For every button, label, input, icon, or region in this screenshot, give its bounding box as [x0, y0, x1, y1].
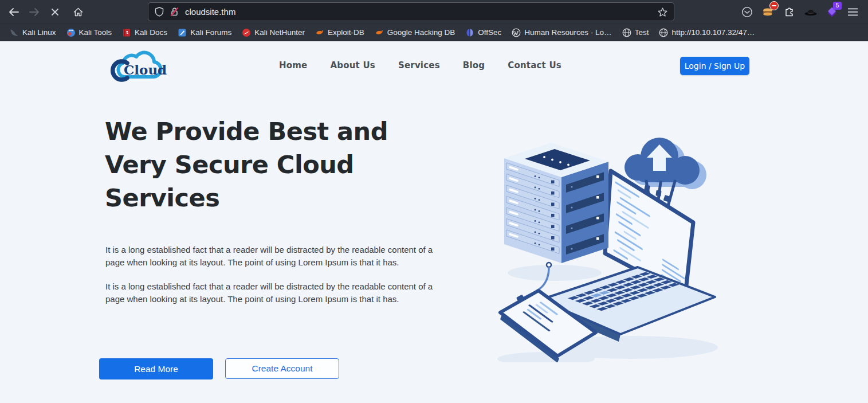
wordpress-icon — [512, 28, 521, 37]
nav-contact-us[interactable]: Contact Us — [508, 60, 561, 71]
hero-copy: It is a long established fact that a rea… — [105, 244, 435, 317]
nav-services[interactable]: Services — [398, 60, 440, 71]
hacktools-extension-button[interactable] — [801, 3, 820, 21]
exploit-db-icon — [315, 28, 324, 37]
globe-icon — [659, 28, 668, 37]
bookmark-ip-url[interactable]: http://10.10.107.32/47… — [654, 26, 760, 39]
bookmark-exploit-db[interactable]: Exploit-DB — [310, 26, 370, 39]
kali-dragon-icon — [10, 28, 19, 37]
insecure-lock-icon — [170, 7, 179, 17]
main-nav: Home About Us Services Blog Contact Us — [279, 60, 561, 71]
cable-port — [547, 263, 551, 267]
puzzle-piece-icon — [784, 6, 795, 18]
bookmark-human-resources[interactable]: Human Resources - Lo… — [506, 26, 616, 39]
read-more-button[interactable]: Read More — [99, 358, 213, 379]
nav-about-us[interactable]: About Us — [330, 60, 375, 71]
stop-button[interactable] — [46, 3, 64, 21]
bookmark-kali-tools[interactable]: Kali Tools — [61, 26, 117, 39]
cloud-logo[interactable]: Cloud — [107, 48, 168, 86]
create-account-button[interactable]: Create Account — [225, 358, 339, 379]
google-hacking-db-icon — [375, 28, 384, 37]
cta-row: Read More Create Account — [99, 358, 339, 379]
tower-shadow — [508, 265, 602, 281]
extensions-button[interactable] — [780, 3, 799, 21]
forward-arrow-icon — [29, 8, 40, 16]
nav-blog[interactable]: Blog — [463, 60, 485, 71]
proxy-extension-button[interactable] — [759, 3, 777, 21]
bookmark-test[interactable]: Test — [617, 26, 654, 39]
url-text[interactable]: cloudsite.thm — [185, 7, 235, 17]
wappalyzer-extension-button[interactable]: 5 — [822, 3, 841, 21]
bookmark-star-icon[interactable] — [658, 7, 667, 17]
hero-paragraph-1: It is a long established fact that a rea… — [105, 244, 435, 268]
kali-forums-icon — [178, 28, 187, 37]
tracking-shield-icon — [155, 7, 164, 17]
bookmark-kali-nethunter[interactable]: Kali NetHunter — [237, 26, 310, 39]
globe-icon — [622, 28, 631, 37]
browser-chrome: cloudsite.thm — [0, 0, 868, 41]
bookmark-google-hacking-db[interactable]: Google Hacking DB — [370, 26, 461, 39]
nav-home[interactable]: Home — [279, 60, 307, 71]
kali-nethunter-icon — [242, 28, 251, 37]
kali-docs-icon — [122, 28, 131, 37]
address-bar[interactable]: cloudsite.thm — [148, 2, 674, 21]
kali-tools-icon — [66, 28, 76, 37]
bookmark-kali-linux[interactable]: Kali Linux — [5, 26, 61, 39]
pocket-button[interactable] — [737, 3, 756, 21]
bookmarks-toolbar: Kali Linux Kali Tools Kali Docs Kali For… — [0, 24, 868, 41]
stop-x-icon — [51, 8, 59, 16]
back-button[interactable] — [5, 3, 23, 21]
fedora-hat-icon — [804, 6, 818, 18]
home-button[interactable] — [69, 3, 87, 21]
extension-count-badge: 5 — [833, 2, 842, 10]
web-page: Cloud Home About Us Services Blog Contac… — [0, 41, 868, 403]
bookmark-kali-forums[interactable]: Kali Forums — [172, 26, 237, 39]
forward-button[interactable] — [25, 3, 44, 21]
app-menu-button[interactable] — [843, 3, 862, 21]
hamburger-menu-icon — [848, 8, 858, 16]
pocket-icon — [741, 6, 753, 18]
hero-illustration — [492, 125, 722, 362]
home-icon — [73, 7, 83, 17]
login-signup-button[interactable]: Login / Sign Up — [680, 57, 749, 75]
hero-title: We Provide Best and Very Secure Cloud Se… — [105, 115, 409, 214]
toolbar-extension-area: 5 — [735, 3, 862, 21]
logo-wordmark: Cloud — [124, 62, 167, 77]
hero-paragraph-2: It is a long established fact that a rea… — [105, 280, 435, 305]
offsec-icon — [465, 28, 474, 37]
bookmark-kali-docs[interactable]: Kali Docs — [117, 26, 172, 39]
blocked-badge — [769, 1, 779, 10]
server-tower — [504, 143, 608, 267]
navigation-toolbar: cloudsite.thm — [0, 0, 868, 24]
back-arrow-icon — [9, 8, 19, 16]
bookmark-offsec[interactable]: OffSec — [460, 26, 506, 39]
